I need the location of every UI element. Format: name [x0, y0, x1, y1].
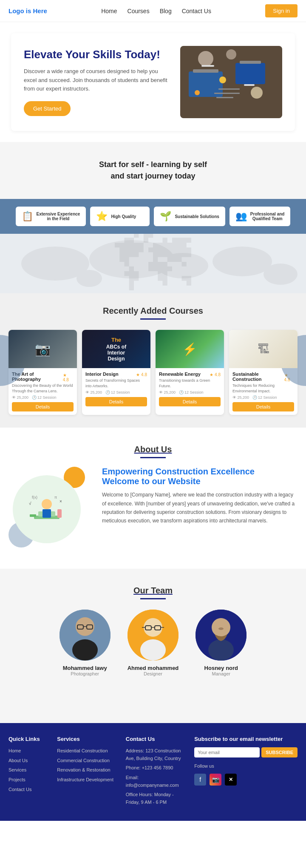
course-card-1: The ABCs of Interior Design Interior Des…	[82, 330, 150, 415]
nav-courses[interactable]: Courses	[128, 8, 150, 14]
footer-link-contact[interactable]: Contact Us	[8, 786, 48, 794]
course-details-button-3[interactable]: Details	[232, 402, 294, 411]
team-avatar-1	[128, 610, 178, 661]
tagline-text: Start for self - learning by self and st…	[0, 146, 306, 186]
footer-contact: Contact Us Address: 123 Construction Ave…	[126, 736, 186, 808]
svg-point-49	[218, 627, 224, 630]
course-details-button-2[interactable]: Details	[159, 397, 221, 406]
follow-label: Follow us	[194, 763, 298, 770]
hero-title: Elevate Your Skills Today!	[24, 48, 172, 61]
about-heading: Empowering Construction Excellence Welco…	[102, 467, 298, 486]
svg-point-17	[157, 253, 208, 278]
nav-contact[interactable]: Contact Us	[182, 8, 211, 14]
course-desc-2: Transitioning towards a Green Future.	[159, 378, 221, 389]
svg-point-24	[42, 499, 52, 509]
team-grid: Mohammed lawy Photographer	[8, 610, 298, 676]
navbar: Logo is Here Home Courses Blog Contact U…	[0, 0, 306, 22]
footer: Quick Links Home About Us Services Proje…	[0, 723, 306, 821]
course-title-1: Interior Design	[85, 372, 119, 377]
svg-point-5	[198, 51, 213, 66]
footer-services-title: Services	[57, 736, 117, 742]
course-thumb-3: 🏗	[229, 330, 298, 368]
map-section	[0, 234, 306, 293]
svg-point-34	[72, 639, 98, 661]
footer-newsletter: Subscribe to our email newsletter SUBSCR…	[194, 736, 298, 808]
instagram-icon[interactable]: 📷	[210, 774, 221, 786]
svg-rect-8	[201, 65, 214, 67]
feature-icon-3: 👥	[235, 211, 247, 222]
hero-card: Elevate Your Skills Today! Discover a wi…	[11, 33, 295, 131]
footer-service-0[interactable]: Residential Construction	[57, 747, 117, 755]
svg-rect-4	[240, 61, 261, 64]
footer-email: Email: info@companyname.com	[126, 774, 186, 789]
about-inner: √ × f(x) π Empowering Construction Excel…	[8, 467, 298, 552]
hero-cta-button[interactable]: Get Started	[24, 101, 71, 116]
nav-home[interactable]: Home	[101, 8, 117, 14]
team-name-0: Mohammed lawy	[60, 665, 110, 671]
team-role-0: Photographer	[60, 671, 110, 676]
newsletter-email-input[interactable]	[194, 747, 260, 757]
footer-link-services[interactable]: Services	[8, 766, 48, 774]
footer-link-projects[interactable]: Projects	[8, 776, 48, 784]
footer-link-about[interactable]: About Us	[8, 757, 48, 765]
course-desc-1: Secrets of Transforming Spaces into Artw…	[85, 378, 147, 389]
hero-description: Discover a wide range of courses designe…	[24, 67, 172, 94]
footer-service-2[interactable]: Renovation & Restoration	[57, 766, 117, 774]
feature-icon-1: ⭐	[96, 211, 108, 222]
feature-label-3: Professional andQualified Team	[250, 212, 285, 221]
tagline-line1: Start for self - learning by self	[99, 160, 207, 169]
svg-point-40	[140, 639, 166, 661]
team-card-0: Mohammed lawy Photographer	[60, 610, 110, 676]
svg-point-13	[219, 77, 226, 83]
newsletter-form-wrapper: SUBSCRIBE Follow us f 📷 ✕	[194, 747, 298, 786]
footer-newsletter-title: Subscribe to our email newsletter	[194, 736, 298, 742]
course-card-2: ⚡ Renewable Energy ★ 4.8 Transitioning t…	[156, 330, 224, 415]
svg-rect-10	[218, 88, 240, 90]
course-meta-2: 👁 25,200 🕐 12 Session	[159, 390, 221, 394]
hero-text: Elevate Your Skills Today! Discover a wi…	[24, 48, 180, 116]
course-thumb-2: ⚡	[156, 330, 224, 368]
team-avatar-0	[60, 610, 110, 661]
courses-section: Recently Added Courses 📷 The Art of Phot…	[0, 293, 306, 428]
course-details-button-0[interactable]: Details	[12, 402, 74, 411]
footer-service-1[interactable]: Commercial Construction	[57, 757, 117, 765]
course-body-2: Renewable Energy ★ 4.8 Transitioning tow…	[156, 368, 224, 410]
about-text: Empowering Construction Excellence Welco…	[102, 467, 298, 525]
course-meta-1: 👁 25,200 🕐 12 Session	[85, 390, 147, 394]
footer-quick-links-title: Quick Links	[8, 736, 48, 742]
feature-label-1: High Quality	[111, 214, 136, 219]
footer-service-3[interactable]: Infrastructure Development	[57, 776, 117, 784]
svg-rect-25	[42, 509, 51, 518]
nav-blog[interactable]: Blog	[160, 8, 172, 14]
team-name-2: Hosney nord	[196, 665, 246, 671]
footer-contact-title: Contact Us	[126, 736, 186, 742]
team-name-1: Ahmed mohammed	[128, 665, 179, 671]
course-desc-0: Discovering the Beauty of the World Thro…	[12, 383, 74, 394]
about-body: Welcome to [Company Name], where we lead…	[102, 491, 298, 525]
hero-image	[180, 46, 282, 118]
x-twitter-icon[interactable]: ✕	[225, 774, 237, 786]
footer-link-home[interactable]: Home	[8, 747, 48, 755]
facebook-icon[interactable]: f	[194, 774, 206, 786]
svg-rect-26	[30, 514, 36, 517]
nav-links: Home Courses Blog Contact Us	[101, 8, 211, 14]
course-details-button-1[interactable]: Details	[85, 397, 147, 406]
svg-text:√: √	[29, 501, 31, 506]
course-desc-3: Techniques for Reducing Environmental Im…	[232, 383, 294, 394]
footer-phone: Phone: +123 456 7890	[126, 764, 186, 772]
footer-grid: Quick Links Home About Us Services Proje…	[8, 736, 298, 808]
svg-point-14	[195, 90, 200, 95]
svg-rect-3	[235, 63, 265, 84]
svg-point-7	[226, 49, 236, 60]
team-card-1: Ahmed mohammed Designer	[128, 610, 179, 676]
signin-button[interactable]: Sign in	[265, 4, 298, 17]
course-rating-2: ★ 4.8	[210, 372, 221, 377]
tagline-section: Start for self - learning by self and st…	[0, 142, 306, 199]
courses-title: Recently Added Courses	[8, 306, 298, 316]
team-avatar-2	[196, 610, 246, 661]
course-meta-0: 👁 25,200 🕐 12 Session	[12, 395, 74, 400]
social-icons: f 📷 ✕	[194, 774, 298, 786]
svg-point-20	[76, 270, 102, 287]
feature-icon-2: 🌱	[160, 211, 171, 222]
subscribe-button[interactable]: SUBSCRIBE	[261, 747, 298, 757]
